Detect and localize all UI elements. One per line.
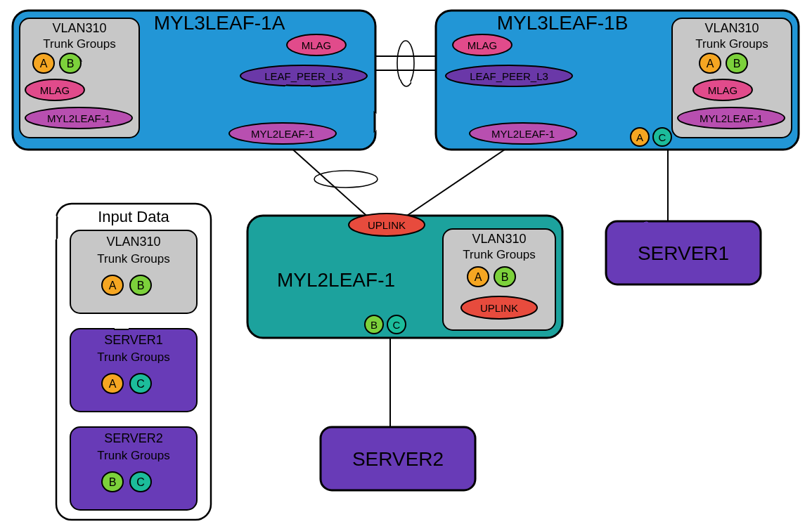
svg-text:A: A [707, 58, 714, 70]
svg-text:MYL2LEAF-1: MYL2LEAF-1 [47, 112, 110, 124]
svg-text:B: B [501, 271, 509, 283]
l2leaf-vlan-card: VLAN310 Trunk Groups A B UPLINK [443, 229, 555, 330]
svg-text:B: B [109, 476, 117, 488]
network-diagram: MYL3LEAF-1A VLAN310 Trunk Groups A B MLA… [0, 0, 812, 531]
svg-text:LEAF_PEER_L3: LEAF_PEER_L3 [264, 70, 343, 82]
svg-text:MLAG: MLAG [40, 84, 70, 96]
legend-title: Input Data [98, 208, 169, 225]
leaf-1a-vlan-card: VLAN310 Trunk Groups A B MLAG MYL2LEAF-1 [20, 18, 139, 138]
svg-text:Trunk Groups: Trunk Groups [463, 248, 535, 261]
svg-text:B: B [137, 280, 145, 291]
legend-server1-card: SERVER1 Trunk Groups A C [70, 329, 197, 412]
server1-title: SERVER1 [638, 242, 729, 264]
svg-text:MYL2LEAF-1: MYL2LEAF-1 [491, 128, 555, 140]
svg-text:MLAG: MLAG [302, 39, 332, 51]
server1: SERVER1 [606, 221, 761, 284]
svg-text:SERVER1: SERVER1 [104, 333, 163, 347]
vlan-subtitle: Trunk Groups [43, 37, 115, 51]
vlan-title: VLAN310 [52, 21, 106, 35]
legend-vlan-card: VLAN310 Trunk Groups A B [70, 230, 197, 313]
svg-text:VLAN310: VLAN310 [472, 232, 526, 246]
svg-text:A: A [109, 280, 117, 291]
svg-text:B: B [370, 319, 378, 331]
legend: Input Data VLAN310 Trunk Groups A B SERV… [56, 204, 211, 520]
svg-text:SERVER2: SERVER2 [104, 431, 163, 445]
l2leaf-title: MYL2LEAF-1 [277, 269, 395, 291]
svg-text:MYL2LEAF-1: MYL2LEAF-1 [700, 112, 763, 124]
leaf-1a: MYL3LEAF-1A VLAN310 Trunk Groups A B MLA… [13, 11, 375, 150]
svg-text:VLAN310: VLAN310 [704, 21, 759, 35]
svg-point-5 [314, 171, 378, 188]
svg-text:A: A [109, 378, 117, 390]
svg-text:C: C [136, 476, 145, 488]
svg-text:VLAN310: VLAN310 [106, 235, 160, 249]
server2-title: SERVER2 [352, 448, 444, 470]
l2leaf: MYL2LEAF-1 UPLINK VLAN310 Trunk Groups A… [247, 214, 562, 338]
svg-text:A: A [475, 271, 482, 283]
legend-server2-card: SERVER2 Trunk Groups B C [70, 427, 197, 510]
svg-text:Trunk Groups: Trunk Groups [97, 449, 169, 462]
svg-text:Trunk Groups: Trunk Groups [695, 37, 768, 51]
svg-text:B: B [67, 58, 75, 70]
svg-text:Trunk Groups: Trunk Groups [97, 252, 169, 266]
svg-text:Trunk Groups: Trunk Groups [97, 350, 169, 364]
svg-text:C: C [393, 319, 401, 331]
svg-text:LEAF_PEER_L3: LEAF_PEER_L3 [470, 70, 548, 82]
svg-text:MLAG: MLAG [708, 84, 738, 96]
leaf-1b-title: MYL3LEAF-1B [497, 12, 629, 34]
svg-text:UPLINK: UPLINK [368, 219, 406, 231]
svg-text:A: A [40, 58, 48, 70]
leaf-1a-title: MYL3LEAF-1A [154, 12, 285, 34]
svg-line-3 [281, 139, 371, 220]
leaf-1b: MYL3LEAF-1B VLAN310 Trunk Groups A B MLA… [436, 11, 799, 150]
svg-text:B: B [733, 58, 741, 70]
server2: SERVER2 [321, 427, 475, 490]
svg-line-4 [401, 139, 520, 220]
svg-text:C: C [659, 131, 666, 143]
leaf-1b-vlan-card: VLAN310 Trunk Groups A B MLAG MYL2LEAF-1 [672, 18, 792, 138]
svg-text:UPLINK: UPLINK [480, 302, 518, 314]
svg-text:MLAG: MLAG [468, 39, 498, 51]
svg-text:A: A [636, 131, 643, 143]
svg-text:MYL2LEAF-1: MYL2LEAF-1 [251, 128, 314, 140]
svg-text:C: C [136, 378, 145, 390]
svg-point-2 [397, 41, 414, 86]
